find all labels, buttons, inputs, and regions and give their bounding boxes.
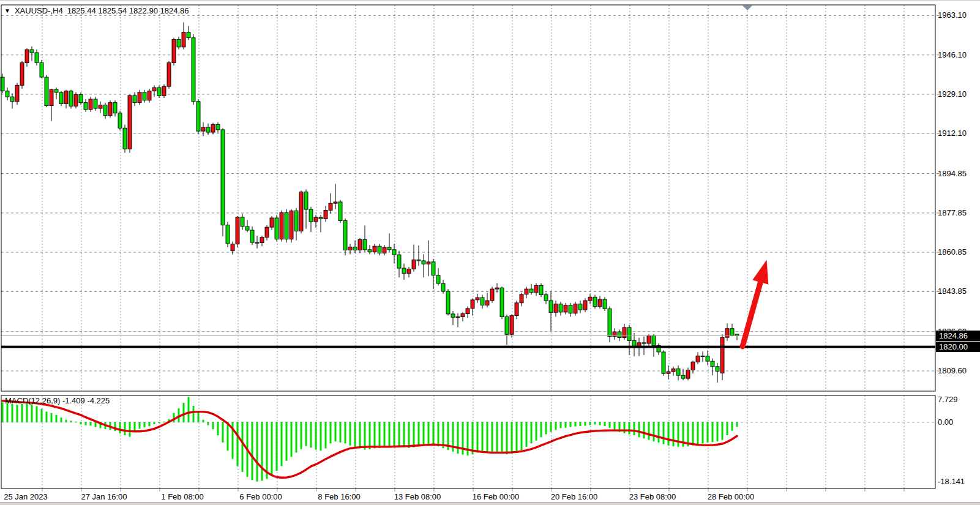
price-panel-border bbox=[1, 5, 935, 391]
candle-body bbox=[417, 260, 421, 261]
candle-body bbox=[148, 91, 151, 100]
macd-histogram-bar bbox=[256, 422, 258, 482]
candle-body bbox=[275, 218, 279, 239]
macd-histogram-bar bbox=[31, 404, 33, 422]
time-axis-label: 8 Feb 16:00 bbox=[309, 492, 370, 502]
candle-body bbox=[603, 299, 607, 309]
candle-body bbox=[348, 247, 352, 250]
macd-histogram-bar bbox=[330, 422, 332, 444]
macd-histogram-bar bbox=[75, 422, 77, 422]
macd-histogram-bar bbox=[350, 422, 351, 446]
macd-histogram-bar bbox=[281, 422, 283, 466]
candle-body bbox=[15, 85, 19, 101]
candle-body bbox=[623, 327, 626, 338]
macd-histogram-bar bbox=[198, 413, 200, 422]
price-axis-label: 1946.10 bbox=[938, 50, 967, 60]
macd-histogram-bar bbox=[266, 422, 268, 479]
time-axis-label: 6 Feb 00:00 bbox=[230, 492, 291, 502]
candle-body bbox=[569, 305, 572, 313]
chart-canvas[interactable] bbox=[0, 0, 980, 505]
candle-body bbox=[353, 247, 357, 250]
symbol-dropdown-icon[interactable]: ▼ bbox=[4, 7, 10, 14]
macd-histogram-bar bbox=[550, 422, 552, 432]
macd-histogram-bar bbox=[173, 413, 175, 422]
macd-histogram-bar bbox=[305, 422, 307, 446]
macd-histogram-bar bbox=[119, 422, 121, 433]
macd-histogram-bar bbox=[702, 422, 704, 444]
macd-histogram-bar bbox=[570, 422, 572, 427]
macd-histogram-bar bbox=[629, 422, 630, 435]
candle-body bbox=[94, 99, 97, 108]
candle-body bbox=[294, 211, 298, 231]
time-axis-label: 13 Feb 08:00 bbox=[387, 492, 448, 502]
macd-histogram-bar bbox=[692, 422, 694, 446]
candle-body bbox=[520, 294, 523, 303]
macd-histogram-bar bbox=[433, 422, 435, 446]
macd-histogram-bar bbox=[70, 421, 72, 422]
candle-body bbox=[40, 62, 43, 77]
time-axis-label: 23 Feb 08:00 bbox=[622, 492, 683, 502]
macd-axis-label: -18.141 bbox=[938, 477, 965, 487]
time-axis-label: 28 Feb 00:00 bbox=[700, 492, 761, 502]
candle-body bbox=[505, 316, 509, 334]
candle-body bbox=[544, 295, 548, 301]
candle-body bbox=[539, 285, 543, 294]
candle-body bbox=[206, 127, 210, 132]
macd-histogram-bar bbox=[477, 422, 479, 453]
candle-body bbox=[652, 335, 656, 345]
time-axis-label: 25 Jan 2023 bbox=[0, 492, 56, 502]
macd-histogram-bar bbox=[634, 422, 635, 435]
macd-histogram-bar bbox=[736, 422, 738, 427]
candle-body bbox=[133, 95, 137, 103]
macd-histogram-bar bbox=[17, 405, 18, 422]
macd-histogram-bar bbox=[320, 422, 322, 451]
macd-histogram-bar bbox=[531, 422, 533, 444]
macd-histogram-bar bbox=[545, 422, 547, 435]
macd-histogram-bar bbox=[129, 422, 131, 437]
macd-histogram-bar bbox=[482, 422, 484, 452]
macd-histogram-bar bbox=[242, 422, 244, 472]
candle-body bbox=[368, 250, 372, 252]
macd-histogram-bar bbox=[722, 422, 724, 440]
macd-histogram-bar bbox=[663, 422, 665, 444]
price-axis-label: 1843.85 bbox=[938, 286, 967, 296]
macd-histogram-bar bbox=[496, 422, 498, 453]
macd-histogram-bar bbox=[286, 422, 288, 461]
candle-body bbox=[500, 288, 504, 316]
symbol-timeframe-label: XAUUSD-,H4 bbox=[15, 6, 63, 15]
macd-histogram-bar bbox=[398, 422, 400, 447]
macd-histogram-bar bbox=[193, 406, 195, 422]
trend-arrow-head[interactable] bbox=[752, 260, 768, 285]
time-axis-label: 1 Feb 08:00 bbox=[152, 492, 213, 502]
candle-body bbox=[265, 227, 269, 238]
candle-body bbox=[436, 275, 440, 283]
macd-histogram-bar bbox=[80, 422, 82, 425]
horizontal-line-1820[interactable] bbox=[1, 346, 935, 348]
macd-histogram-bar bbox=[594, 422, 596, 425]
candle-body bbox=[304, 192, 308, 209]
window-bottom-strip bbox=[0, 502, 980, 505]
shift-marker-icon[interactable] bbox=[742, 6, 752, 10]
candle-body bbox=[662, 352, 665, 373]
candle-body bbox=[725, 329, 729, 337]
candle-body bbox=[221, 130, 225, 225]
macd-histogram-bar bbox=[7, 403, 9, 422]
macd-histogram-bar bbox=[403, 422, 405, 447]
candle-body bbox=[123, 128, 127, 149]
candle-body bbox=[446, 291, 450, 314]
macd-histogram-bar bbox=[51, 413, 53, 422]
price-axis-label: 1860.85 bbox=[938, 247, 967, 257]
macd-histogram-bar bbox=[149, 422, 151, 427]
candle-body bbox=[54, 89, 58, 92]
macd-histogram-bar bbox=[727, 422, 728, 435]
macd-histogram-bar bbox=[501, 422, 503, 454]
macd-histogram-bar bbox=[516, 422, 518, 453]
candle-body bbox=[667, 372, 670, 373]
macd-histogram-bar bbox=[310, 422, 312, 448]
macd-histogram-bar bbox=[139, 422, 141, 429]
macd-histogram-bar bbox=[384, 422, 386, 447]
candle-body bbox=[250, 230, 254, 242]
macd-histogram-bar bbox=[428, 422, 430, 445]
macd-histogram-bar bbox=[408, 422, 410, 448]
candle-body bbox=[476, 297, 479, 300]
